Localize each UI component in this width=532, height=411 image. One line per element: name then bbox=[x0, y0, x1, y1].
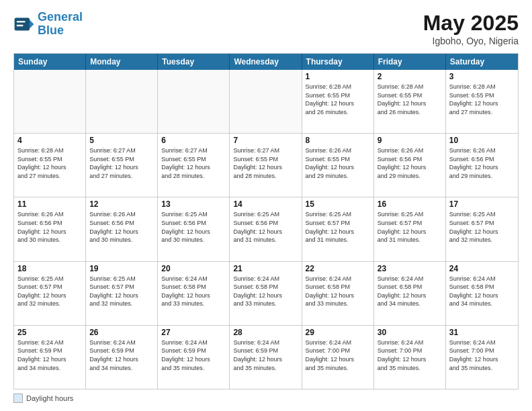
day-number: 26 bbox=[89, 328, 154, 337]
weekday-header-thursday: Thursday bbox=[302, 54, 374, 70]
day-number: 4 bbox=[17, 136, 82, 145]
subtitle: Igboho, Oyo, Nigeria bbox=[423, 36, 519, 46]
empty-cell bbox=[14, 70, 86, 133]
calendar: SundayMondayTuesdayWednesdayThursdayFrid… bbox=[13, 53, 519, 390]
day-info: Sunrise: 6:26 AM Sunset: 6:56 PM Dayligh… bbox=[449, 146, 515, 180]
weekday-header-friday: Friday bbox=[374, 54, 446, 70]
calendar-row-0: 1Sunrise: 6:28 AM Sunset: 6:55 PM Daylig… bbox=[14, 70, 518, 134]
day-number: 17 bbox=[449, 199, 515, 209]
day-info: Sunrise: 6:24 AM Sunset: 7:00 PM Dayligh… bbox=[306, 338, 370, 372]
day-cell-24: 24Sunrise: 6:24 AM Sunset: 6:58 PM Dayli… bbox=[446, 262, 518, 325]
day-info: Sunrise: 6:26 AM Sunset: 6:56 PM Dayligh… bbox=[378, 146, 442, 180]
day-cell-20: 20Sunrise: 6:24 AM Sunset: 6:58 PM Dayli… bbox=[158, 262, 230, 325]
day-cell-31: 31Sunrise: 6:24 AM Sunset: 7:00 PM Dayli… bbox=[446, 326, 518, 389]
weekday-header-monday: Monday bbox=[86, 54, 158, 70]
day-info: Sunrise: 6:24 AM Sunset: 6:59 PM Dayligh… bbox=[161, 338, 226, 372]
day-info: Sunrise: 6:28 AM Sunset: 6:55 PM Dayligh… bbox=[378, 83, 442, 116]
logo: General Blue bbox=[13, 11, 83, 38]
day-cell-15: 15Sunrise: 6:25 AM Sunset: 6:57 PM Dayli… bbox=[302, 197, 374, 261]
day-cell-17: 17Sunrise: 6:25 AM Sunset: 6:57 PM Dayli… bbox=[446, 197, 518, 261]
calendar-body: 1Sunrise: 6:28 AM Sunset: 6:55 PM Daylig… bbox=[14, 70, 518, 389]
day-cell-1: 1Sunrise: 6:28 AM Sunset: 6:55 PM Daylig… bbox=[302, 70, 374, 133]
day-info: Sunrise: 6:28 AM Sunset: 6:55 PM Dayligh… bbox=[306, 83, 370, 116]
day-info: Sunrise: 6:28 AM Sunset: 6:55 PM Dayligh… bbox=[17, 146, 82, 180]
calendar-row-1: 4Sunrise: 6:28 AM Sunset: 6:55 PM Daylig… bbox=[14, 134, 518, 197]
day-number: 31 bbox=[449, 328, 515, 337]
day-cell-22: 22Sunrise: 6:24 AM Sunset: 6:58 PM Dayli… bbox=[302, 262, 374, 325]
day-cell-11: 11Sunrise: 6:26 AM Sunset: 6:56 PM Dayli… bbox=[14, 197, 86, 261]
day-cell-5: 5Sunrise: 6:27 AM Sunset: 6:55 PM Daylig… bbox=[86, 134, 158, 197]
day-number: 13 bbox=[161, 199, 226, 209]
day-info: Sunrise: 6:27 AM Sunset: 6:55 PM Dayligh… bbox=[161, 146, 226, 180]
svg-rect-2 bbox=[17, 21, 26, 22]
day-number: 1 bbox=[306, 72, 370, 81]
day-cell-30: 30Sunrise: 6:24 AM Sunset: 7:00 PM Dayli… bbox=[374, 326, 446, 389]
empty-cell bbox=[158, 70, 230, 133]
title-block: May 2025 Igboho, Oyo, Nigeria bbox=[423, 11, 519, 46]
day-cell-2: 2Sunrise: 6:28 AM Sunset: 6:55 PM Daylig… bbox=[374, 70, 446, 133]
day-info: Sunrise: 6:26 AM Sunset: 6:56 PM Dayligh… bbox=[17, 210, 82, 244]
weekday-header-sunday: Sunday bbox=[14, 54, 86, 70]
day-number: 11 bbox=[17, 199, 82, 209]
day-cell-21: 21Sunrise: 6:24 AM Sunset: 6:58 PM Dayli… bbox=[230, 262, 302, 325]
day-cell-4: 4Sunrise: 6:28 AM Sunset: 6:55 PM Daylig… bbox=[14, 134, 86, 197]
day-number: 21 bbox=[233, 264, 298, 273]
day-number: 25 bbox=[17, 328, 82, 337]
header: General Blue May 2025 Igboho, Oyo, Niger… bbox=[13, 11, 519, 46]
logo-icon bbox=[13, 13, 35, 35]
day-number: 8 bbox=[306, 136, 370, 145]
page: General Blue May 2025 Igboho, Oyo, Niger… bbox=[0, 0, 532, 411]
day-info: Sunrise: 6:25 AM Sunset: 6:57 PM Dayligh… bbox=[378, 210, 442, 244]
day-number: 27 bbox=[161, 328, 226, 337]
day-info: Sunrise: 6:27 AM Sunset: 6:55 PM Dayligh… bbox=[89, 146, 154, 180]
day-number: 3 bbox=[449, 72, 515, 81]
calendar-row-3: 18Sunrise: 6:25 AM Sunset: 6:57 PM Dayli… bbox=[14, 262, 518, 326]
day-info: Sunrise: 6:24 AM Sunset: 6:59 PM Dayligh… bbox=[89, 338, 154, 372]
day-info: Sunrise: 6:25 AM Sunset: 6:56 PM Dayligh… bbox=[233, 210, 298, 244]
calendar-header: SundayMondayTuesdayWednesdayThursdayFrid… bbox=[14, 54, 518, 70]
day-info: Sunrise: 6:24 AM Sunset: 6:58 PM Dayligh… bbox=[378, 275, 442, 308]
legend-box bbox=[13, 394, 23, 403]
day-number: 16 bbox=[378, 199, 442, 209]
footer: Daylight hours bbox=[13, 394, 519, 403]
day-number: 14 bbox=[233, 199, 298, 209]
day-info: Sunrise: 6:25 AM Sunset: 6:57 PM Dayligh… bbox=[17, 275, 82, 308]
empty-cell bbox=[230, 70, 302, 133]
day-number: 30 bbox=[378, 328, 442, 337]
day-cell-9: 9Sunrise: 6:26 AM Sunset: 6:56 PM Daylig… bbox=[374, 134, 446, 197]
day-cell-26: 26Sunrise: 6:24 AM Sunset: 6:59 PM Dayli… bbox=[86, 326, 158, 389]
day-info: Sunrise: 6:24 AM Sunset: 6:58 PM Dayligh… bbox=[306, 275, 370, 308]
day-cell-27: 27Sunrise: 6:24 AM Sunset: 6:59 PM Dayli… bbox=[158, 326, 230, 389]
day-info: Sunrise: 6:24 AM Sunset: 6:59 PM Dayligh… bbox=[17, 338, 82, 372]
day-info: Sunrise: 6:25 AM Sunset: 6:56 PM Dayligh… bbox=[161, 210, 226, 244]
legend-label: Daylight hours bbox=[26, 394, 73, 402]
svg-marker-1 bbox=[30, 19, 34, 28]
day-cell-16: 16Sunrise: 6:25 AM Sunset: 6:57 PM Dayli… bbox=[374, 197, 446, 261]
day-cell-13: 13Sunrise: 6:25 AM Sunset: 6:56 PM Dayli… bbox=[158, 197, 230, 261]
day-cell-18: 18Sunrise: 6:25 AM Sunset: 6:57 PM Dayli… bbox=[14, 262, 86, 325]
day-info: Sunrise: 6:25 AM Sunset: 6:57 PM Dayligh… bbox=[89, 275, 154, 308]
day-number: 28 bbox=[233, 328, 298, 337]
day-number: 12 bbox=[89, 199, 154, 209]
day-cell-14: 14Sunrise: 6:25 AM Sunset: 6:56 PM Dayli… bbox=[230, 197, 302, 261]
day-info: Sunrise: 6:24 AM Sunset: 6:59 PM Dayligh… bbox=[233, 338, 298, 372]
day-number: 7 bbox=[233, 136, 298, 145]
day-number: 6 bbox=[161, 136, 226, 145]
weekday-header-saturday: Saturday bbox=[446, 54, 518, 70]
day-number: 9 bbox=[378, 136, 442, 145]
day-number: 10 bbox=[449, 136, 515, 145]
day-number: 29 bbox=[306, 328, 370, 337]
day-info: Sunrise: 6:27 AM Sunset: 6:55 PM Dayligh… bbox=[233, 146, 298, 180]
day-number: 19 bbox=[89, 264, 154, 273]
day-info: Sunrise: 6:26 AM Sunset: 6:55 PM Dayligh… bbox=[306, 146, 370, 180]
logo-line2: Blue bbox=[38, 24, 64, 37]
calendar-row-2: 11Sunrise: 6:26 AM Sunset: 6:56 PM Dayli… bbox=[14, 197, 518, 261]
day-info: Sunrise: 6:24 AM Sunset: 7:00 PM Dayligh… bbox=[449, 338, 515, 372]
day-cell-8: 8Sunrise: 6:26 AM Sunset: 6:55 PM Daylig… bbox=[302, 134, 374, 197]
day-cell-7: 7Sunrise: 6:27 AM Sunset: 6:55 PM Daylig… bbox=[230, 134, 302, 197]
day-number: 24 bbox=[449, 264, 515, 273]
day-cell-19: 19Sunrise: 6:25 AM Sunset: 6:57 PM Dayli… bbox=[86, 262, 158, 325]
day-number: 2 bbox=[378, 72, 442, 81]
day-info: Sunrise: 6:25 AM Sunset: 6:57 PM Dayligh… bbox=[306, 210, 370, 244]
day-info: Sunrise: 6:24 AM Sunset: 6:58 PM Dayligh… bbox=[449, 275, 515, 308]
